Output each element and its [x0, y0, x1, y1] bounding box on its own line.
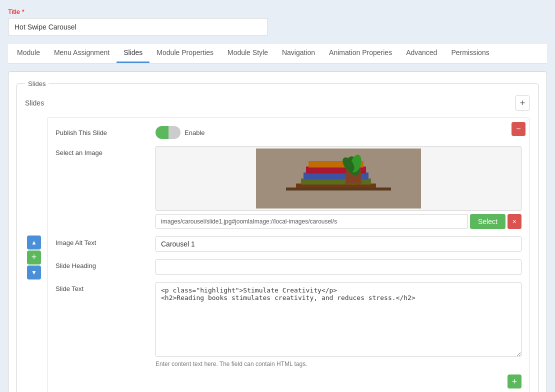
image-path-input[interactable] [156, 214, 468, 229]
title-input[interactable] [8, 18, 268, 36]
alt-text-label: Image Alt Text [56, 236, 156, 246]
image-row: Select an Image [56, 146, 522, 229]
select-image-button[interactable]: Select [470, 214, 506, 229]
enable-label: Enable [184, 129, 204, 136]
image-label: Select an Image [56, 146, 156, 156]
tab-module[interactable]: Module [10, 44, 47, 63]
hint-text: Enter content text here. The field can c… [156, 360, 522, 368]
publish-control: Enable [156, 126, 522, 139]
title-section: Title * [8, 8, 547, 36]
text-control: Enter content text here. The field can c… [156, 282, 522, 368]
tab-permissions[interactable]: Permissions [444, 44, 496, 63]
slide-up-button[interactable]: ▲ [27, 236, 41, 250]
tab-slides[interactable]: Slides [116, 44, 150, 63]
tab-advanced[interactable]: Advanced [399, 44, 444, 63]
toggle-on-part [156, 126, 168, 139]
page-wrapper: Title * Module Menu Assignment Slides Mo… [0, 0, 555, 392]
remove-slide-button[interactable]: − [512, 122, 526, 136]
toggle-wrapper: Enable [156, 126, 522, 139]
slides-container: Slides Slides + ▲ + ▼ [8, 72, 547, 392]
heading-row: Slide Heading [56, 259, 522, 275]
heading-input[interactable] [156, 259, 522, 275]
bottom-actions: + [56, 374, 522, 388]
times-icon: × [512, 218, 516, 226]
slides-fieldset: Slides Slides + ▲ + ▼ [16, 80, 538, 392]
image-path-row: Select × [156, 214, 522, 229]
heading-control [156, 259, 522, 275]
slide-panel: − Publish This Slide Enable [47, 118, 530, 392]
title-label: Title * [8, 8, 547, 16]
svg-rect-13 [256, 148, 421, 208]
plus-icon: + [520, 98, 526, 108]
publish-label: Publish This Slide [56, 126, 156, 136]
enable-toggle[interactable] [156, 126, 180, 139]
add-slide-button[interactable]: + [515, 96, 530, 110]
tab-animation-properies[interactable]: Animation Properies [322, 44, 399, 63]
slides-legend: Slides [25, 80, 48, 88]
left-controls: ▲ + ▼ [27, 236, 41, 280]
text-row: Slide Text Enter content text here. The … [56, 282, 522, 368]
alt-text-row: Image Alt Text [56, 236, 522, 252]
alt-text-control [156, 236, 522, 252]
tab-module-style[interactable]: Module Style [220, 44, 275, 63]
title-label-text: Title * [8, 8, 24, 16]
image-svg [256, 148, 421, 208]
slides-label: Slides [25, 99, 515, 107]
clear-image-button[interactable]: × [508, 214, 522, 229]
minus-icon: − [516, 125, 520, 133]
plus-icon: + [512, 376, 518, 387]
slide-text-textarea[interactable] [156, 282, 522, 357]
slide-wrapper: ▲ + ▼ − Publ [47, 118, 530, 392]
slide-add-left-button[interactable]: + [27, 250, 41, 264]
tabs-bar: Module Menu Assignment Slides Module Pro… [8, 43, 547, 64]
tab-navigation[interactable]: Navigation [275, 44, 322, 63]
slide-down-button[interactable]: ▼ [27, 266, 41, 280]
tab-module-properties[interactable]: Module Properties [150, 44, 220, 63]
heading-label: Slide Heading [56, 259, 156, 270]
chevron-up-icon: ▲ [31, 239, 37, 246]
image-control: Select × [156, 146, 522, 229]
tab-menu-assignment[interactable]: Menu Assignment [47, 44, 116, 63]
plus-icon: + [32, 252, 37, 262]
image-preview [156, 146, 522, 211]
add-slide-bottom-button[interactable]: + [508, 374, 522, 388]
toggle-off-part [168, 126, 180, 139]
slides-header: Slides + [25, 96, 530, 110]
publish-row: Publish This Slide Enable [56, 126, 522, 139]
text-label: Slide Text [56, 282, 156, 292]
chevron-down-icon: ▼ [31, 269, 37, 276]
alt-text-input[interactable] [156, 236, 522, 252]
